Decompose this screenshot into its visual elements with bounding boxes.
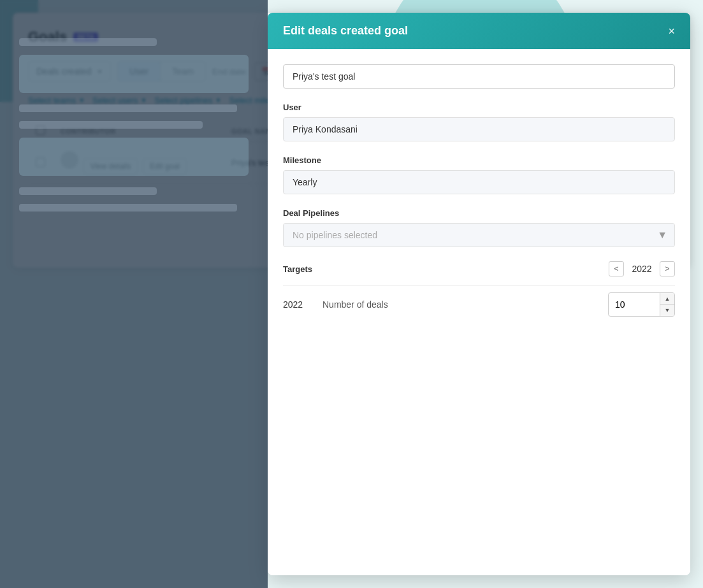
user-value: Priya Kondasani	[283, 117, 675, 141]
targets-label: Targets	[283, 264, 312, 274]
target-desc: Number of deals	[323, 299, 600, 310]
blur-block-1	[19, 55, 249, 93]
modal-close-button[interactable]: ×	[668, 25, 675, 37]
milestone-value: Yearly	[283, 170, 675, 194]
target-spinners: ▲ ▼	[660, 293, 674, 316]
deal-pipelines-wrapper: No pipelines selected ▼	[283, 223, 675, 247]
goal-name-field	[283, 64, 675, 89]
target-row: 2022 Number of deals ▲ ▼	[283, 285, 675, 323]
blurred-content	[0, 0, 268, 259]
overlay-background	[0, 0, 268, 588]
blur-line-1	[19, 38, 157, 46]
year-prev-button[interactable]: <	[609, 261, 624, 276]
edit-modal: Edit deals created goal × User Priya Kon…	[268, 13, 690, 575]
year-display: 2022	[629, 264, 655, 274]
year-nav: < 2022 >	[609, 261, 675, 276]
target-input-wrapper: ▲ ▼	[608, 292, 675, 317]
target-number-input[interactable]	[609, 294, 660, 315]
blur-line-5	[19, 204, 237, 212]
spinner-up-button[interactable]: ▲	[660, 293, 674, 305]
user-field-label: User	[283, 103, 675, 112]
goal-name-input[interactable]	[283, 64, 675, 89]
targets-row: Targets < 2022 >	[283, 261, 675, 276]
deal-pipelines-select[interactable]: No pipelines selected	[283, 223, 675, 247]
blur-line-4	[19, 187, 157, 195]
overlay: Edit deals created goal × User Priya Kon…	[0, 0, 703, 588]
user-field: User Priya Kondasani	[283, 103, 675, 141]
milestone-field-label: Milestone	[283, 155, 675, 165]
modal-header: Edit deals created goal ×	[268, 13, 690, 49]
targets-field: Targets < 2022 > 2022 Number of deals ▲	[283, 261, 675, 323]
modal-body: User Priya Kondasani Milestone Yearly De…	[268, 49, 690, 575]
target-year: 2022	[283, 299, 315, 310]
blur-line-3	[19, 121, 203, 129]
deal-pipelines-field: Deal Pipelines No pipelines selected ▼	[283, 208, 675, 247]
milestone-field: Milestone Yearly	[283, 155, 675, 194]
blur-block-2	[19, 138, 249, 176]
deal-pipelines-placeholder: No pipelines selected	[293, 230, 377, 240]
blur-line-2	[19, 104, 237, 112]
spinner-down-button[interactable]: ▼	[660, 305, 674, 316]
modal-title: Edit deals created goal	[283, 24, 408, 38]
year-next-button[interactable]: >	[660, 261, 675, 276]
deal-pipelines-label: Deal Pipelines	[283, 208, 675, 218]
